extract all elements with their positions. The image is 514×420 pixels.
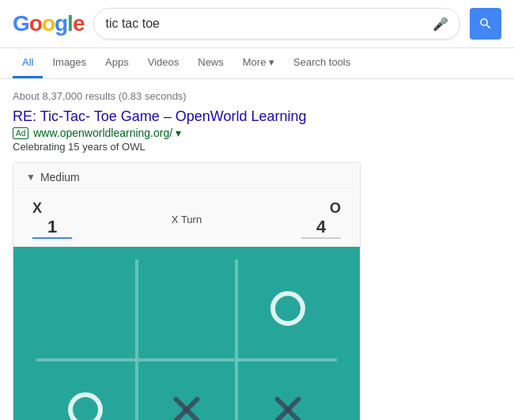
tab-all[interactable]: All <box>13 48 43 78</box>
ttt-cell-3[interactable] <box>36 360 137 420</box>
ad-badge: Ad <box>13 127 28 139</box>
search-result: RE: Tic-Tac- Toe Game – OpenWorld Learni… <box>13 108 501 153</box>
ttt-cell-0[interactable] <box>36 259 137 360</box>
ttt-widget: ▼ Medium X X Turn O RESTART GAME <box>13 162 361 420</box>
x-icon <box>270 392 305 420</box>
nav-tabs: All Images Apps Videos News More ▾ Searc… <box>0 48 514 79</box>
search-input[interactable] <box>105 17 426 31</box>
tab-more[interactable]: More ▾ <box>233 48 284 78</box>
o-score-input[interactable] <box>301 217 341 239</box>
tab-search-tools[interactable]: Search tools <box>284 48 360 78</box>
ttt-cell-2[interactable] <box>236 259 337 360</box>
o-icon <box>68 392 103 420</box>
result-url: www.openworldlearning.org/ ▾ <box>33 127 181 139</box>
search-bar: 🎤 <box>93 8 460 40</box>
mic-icon[interactable]: 🎤 <box>433 16 448 32</box>
result-description: Celebrating 15 years of OWL <box>13 141 501 153</box>
ttt-cell-4[interactable] <box>137 360 237 420</box>
ttt-cell-1[interactable] <box>137 259 237 360</box>
x-score-input[interactable] <box>32 217 72 239</box>
turn-text: X Turn <box>172 214 202 225</box>
results-count: About 8,37,000 results (0.83 seconds) <box>13 85 501 108</box>
ttt-scores: X X Turn O <box>13 192 360 247</box>
header: Google 🎤 <box>0 0 514 48</box>
turn-indicator: X Turn <box>135 214 238 225</box>
result-ad-row: Ad www.openworldlearning.org/ ▾ <box>13 127 501 139</box>
search-button[interactable] <box>470 8 501 40</box>
ttt-difficulty: Medium <box>40 171 80 184</box>
o-label: O <box>330 200 341 217</box>
ttt-board-wrapper <box>13 247 360 420</box>
chevron-down-icon: ▼ <box>26 172 36 183</box>
o-icon <box>270 291 305 326</box>
o-score-box: O <box>238 200 341 239</box>
x-icon <box>169 392 204 420</box>
ttt-header: ▼ Medium <box>13 163 360 192</box>
tab-news[interactable]: News <box>188 48 233 78</box>
main-content: About 8,37,000 results (0.83 seconds) RE… <box>0 79 514 420</box>
x-score-box: X <box>32 200 135 239</box>
tab-videos[interactable]: Videos <box>138 48 189 78</box>
tab-images[interactable]: Images <box>43 48 96 78</box>
search-icon <box>478 17 493 31</box>
ttt-board <box>36 259 337 420</box>
x-label: X <box>32 200 42 217</box>
google-logo: Google <box>13 11 84 36</box>
ttt-cell-5[interactable] <box>236 360 337 420</box>
result-title[interactable]: RE: Tic-Tac- Toe Game – OpenWorld Learni… <box>13 108 501 125</box>
tab-apps[interactable]: Apps <box>96 48 138 78</box>
